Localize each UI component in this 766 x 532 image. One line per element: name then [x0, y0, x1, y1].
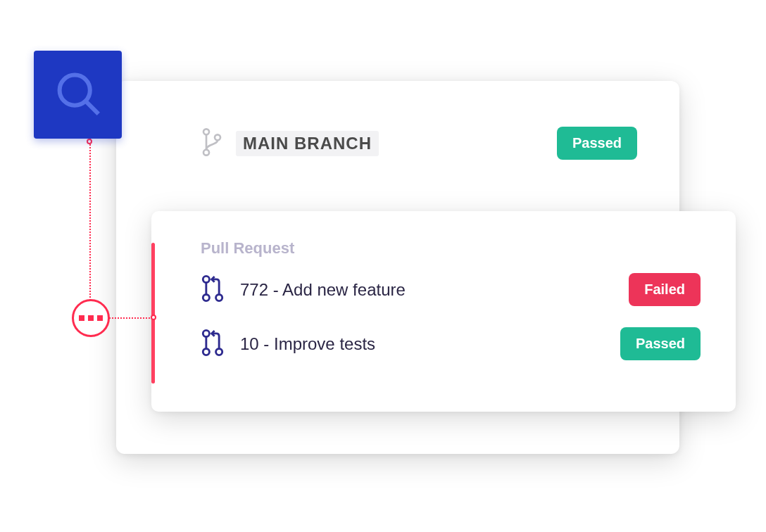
svg-point-3: [59, 75, 89, 105]
pr-row-left: 772 - Add new feature: [201, 274, 406, 306]
pr-title: 10 - Improve tests: [240, 334, 375, 354]
svg-point-0: [203, 129, 209, 134]
main-status-badge: Passed: [557, 127, 637, 160]
svg-point-8: [203, 330, 209, 336]
more-icon-dot: [97, 315, 103, 321]
timeline-vertical: [89, 139, 91, 300]
pr-status-badge: Passed: [620, 327, 701, 360]
svg-point-7: [216, 294, 222, 300]
svg-point-10: [216, 348, 222, 355]
svg-point-2: [215, 134, 220, 140]
timeline-horizontal: [109, 317, 153, 319]
search-button[interactable]: [34, 51, 122, 139]
accent-bar: [151, 243, 155, 384]
pr-row[interactable]: 772 - Add new feature Failed: [201, 273, 701, 306]
timeline-node-top: [87, 139, 92, 144]
more-icon-dot: [79, 315, 84, 321]
svg-point-1: [203, 149, 209, 155]
git-branch-icon: [201, 128, 223, 159]
more-icon-dot: [88, 315, 94, 321]
more-node[interactable]: [72, 299, 110, 337]
pull-request-icon: [201, 274, 225, 306]
timeline-node-right: [151, 315, 156, 320]
svg-point-6: [203, 294, 209, 300]
search-icon: [53, 68, 103, 122]
pull-request-card: Pull Request 772 - Add new feature Faile…: [151, 211, 736, 412]
svg-line-4: [85, 101, 98, 113]
branch-label: MAIN BRANCH: [236, 131, 379, 156]
main-header: MAIN BRANCH Passed: [201, 127, 637, 160]
svg-point-5: [203, 276, 209, 282]
svg-point-9: [203, 348, 209, 355]
pr-row-left: 10 - Improve tests: [201, 328, 375, 360]
pr-row[interactable]: 10 - Improve tests Passed: [201, 327, 701, 360]
pull-request-icon: [201, 328, 225, 360]
pr-section-header: Pull Request: [201, 239, 701, 258]
branch-group: MAIN BRANCH: [201, 128, 379, 159]
pr-title: 772 - Add new feature: [240, 280, 406, 300]
pr-status-badge: Failed: [629, 273, 701, 306]
